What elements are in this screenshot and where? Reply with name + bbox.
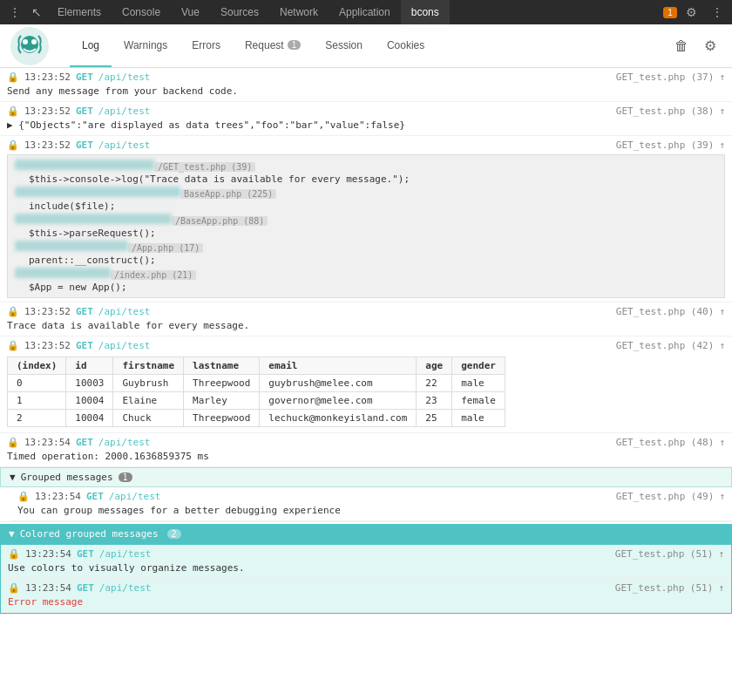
grouped-messages-section: ▼ Grouped messages 1 🔒 13:23:54 GET /api…: [0, 467, 732, 522]
nav-tab-sources[interactable]: Sources: [210, 0, 269, 24]
trace-code: include($file);: [29, 200, 115, 212]
more-icon[interactable]: ⋮: [706, 0, 729, 24]
log-message: Trace data is available for every messag…: [7, 319, 725, 334]
colored-group-expand-icon: ▼: [9, 528, 15, 540]
trace-code: $this->parseRequest();: [29, 228, 156, 239]
group-badge: 1: [119, 472, 132, 482]
bcons-settings-button[interactable]: ⚙: [699, 34, 722, 58]
log-source: GET_test.php (51): [615, 582, 714, 594]
log-header-left: 🔒 13:23:54 GET /api/test: [8, 548, 151, 560]
trace-code: parent::__construct();: [29, 255, 156, 266]
log-time: 13:23:52: [24, 105, 71, 117]
log-header-left: 🔒 13:23:52 GET /api/test: [7, 340, 150, 351]
blurred-file-path: [15, 187, 180, 197]
log-time: 13:23:54: [25, 548, 71, 560]
log-content[interactable]: 🔒 13:23:52 GET /api/test GET_test.php (3…: [0, 68, 732, 700]
lock-icon: 🔒: [7, 437, 19, 448]
pin-icon[interactable]: ↑: [719, 71, 725, 83]
pin-icon[interactable]: ↑: [719, 437, 725, 448]
log-header-left: 🔒 13:23:54 GET /api/test: [17, 491, 160, 502]
trace-line: $this->parseRequest();: [15, 227, 717, 240]
log-method: GET: [76, 105, 93, 117]
table-row: 010003GuybrushThreepwoodguybrush@melee.c…: [8, 375, 505, 392]
log-header-row: 🔒 13:23:54 GET /api/test GET_test.php (4…: [7, 435, 725, 450]
tab-cookies[interactable]: Cookies: [375, 24, 437, 67]
log-time: 13:23:52: [24, 306, 71, 317]
log-message: Send any message from your backend code.: [7, 85, 725, 99]
log-time: 13:23:52: [24, 139, 71, 151]
log-path: /api/test: [98, 71, 151, 83]
log-header-row: 🔒 13:23:52 GET /api/test GET_test.php (3…: [7, 138, 725, 153]
trace-line: include($file);: [15, 200, 717, 213]
log-entry: 🔒 13:23:52 GET /api/test GET_test.php (4…: [0, 302, 732, 336]
pin-icon[interactable]: ↑: [719, 139, 725, 151]
trace-file[interactable]: /index.php (21): [111, 270, 196, 280]
pin-icon[interactable]: ↑: [719, 306, 725, 317]
trace-file[interactable]: BaseApp.php (225): [180, 189, 276, 199]
log-path: /api/test: [98, 306, 151, 317]
trace-area: /GET_test.php (39) $this->console->log("…: [7, 154, 725, 298]
log-source-right: GET_test.php (37) ↑: [616, 71, 725, 83]
trace-line: /GET_test.php (39): [15, 159, 717, 173]
log-path: /api/test: [98, 437, 151, 448]
log-source-right: GET_test.php (49) ↑: [616, 491, 725, 502]
settings-icon[interactable]: ⚙: [681, 0, 702, 24]
tab-warnings[interactable]: Warnings: [112, 24, 180, 67]
devtools-menu-icon[interactable]: ⋮: [3, 0, 26, 24]
tab-request[interactable]: Request 1: [233, 24, 313, 67]
log-header-row: 🔒 13:23:52 GET /api/test GET_test.php (4…: [7, 338, 725, 353]
log-error-message: Error message: [8, 595, 724, 610]
group-header[interactable]: ▼ Grouped messages 1: [0, 467, 732, 487]
nav-tab-application[interactable]: Application: [329, 0, 401, 24]
colored-group-header[interactable]: ▼ Colored grouped messages 2: [0, 524, 732, 544]
log-source: GET_test.php (39): [616, 139, 715, 151]
nav-tab-vue[interactable]: Vue: [171, 0, 210, 24]
trace-line: parent::__construct();: [15, 254, 717, 267]
blurred-file-path: [15, 268, 111, 278]
log-entry-error: 🔒 13:23:54 GET /api/test GET_test.php (5…: [1, 579, 731, 613]
log-path: /api/test: [99, 548, 152, 560]
log-source-right: GET_test.php (38) ↑: [616, 105, 725, 117]
group-label: Grouped messages: [21, 472, 113, 483]
log-header-left: 🔒 13:23:52 GET /api/test: [7, 139, 150, 151]
log-source-right: GET_test.php (39) ↑: [616, 139, 725, 151]
nav-tab-console[interactable]: Console: [112, 0, 171, 24]
log-header-row: 🔒 13:23:52 GET /api/test GET_test.php (4…: [7, 304, 725, 319]
log-message: You can group messages for a better debu…: [17, 504, 725, 519]
tab-session[interactable]: Session: [313, 24, 375, 67]
tab-log[interactable]: Log: [70, 24, 112, 67]
clear-button[interactable]: 🗑: [669, 35, 694, 58]
data-table-wrapper: (index) id firstname lastname email age …: [7, 357, 725, 427]
trace-file[interactable]: /GET_test.php (39): [154, 162, 255, 172]
nav-tab-elements[interactable]: Elements: [47, 0, 112, 24]
log-entry: 🔒 13:23:54 GET /api/test GET_test.php (4…: [10, 487, 732, 521]
log-entry: 🔒 13:23:52 GET /api/test GET_test.php (3…: [0, 102, 732, 136]
pin-icon[interactable]: ↑: [719, 340, 725, 351]
trace-file[interactable]: /App.php (17): [128, 243, 203, 253]
log-source-right: GET_test.php (48) ↑: [616, 437, 725, 448]
log-source: GET_test.php (42): [616, 340, 715, 351]
trace-file[interactable]: /BaseApp.php (88): [172, 216, 268, 226]
col-index: (index): [8, 357, 66, 375]
nav-tab-bcons[interactable]: bcons: [401, 0, 450, 24]
pin-icon[interactable]: ↑: [719, 491, 725, 502]
devtools-cursor-icon[interactable]: ↖: [26, 0, 47, 24]
pin-icon[interactable]: ↑: [718, 548, 724, 560]
tab-errors[interactable]: Errors: [180, 24, 233, 67]
log-source: GET_test.php (51): [615, 548, 714, 560]
log-message: Use colors to visually organize messages…: [8, 561, 724, 576]
log-header-left: 🔒 13:23:54 GET /api/test: [7, 437, 150, 448]
nav-tab-network[interactable]: Network: [269, 0, 329, 24]
trace-code: $App = new App();: [29, 282, 127, 293]
col-firstname: firstname: [113, 357, 184, 375]
lock-icon: 🔒: [7, 306, 19, 317]
log-entry: 🔒 13:23:54 GET /api/test GET_test.php (5…: [1, 545, 731, 579]
bcons-tabs: Log Warnings Errors Request 1 Session Co…: [70, 24, 669, 67]
blurred-file-path: [15, 214, 172, 224]
log-path: /api/test: [99, 582, 152, 594]
pin-icon[interactable]: ↑: [719, 105, 725, 117]
pin-icon[interactable]: ↑: [718, 582, 724, 594]
log-header-left: 🔒 13:23:52 GET /api/test: [7, 71, 150, 83]
trace-line: $this->console->log("Trace data is avail…: [15, 173, 717, 186]
log-message: Timed operation: 2000.1636859375 ms: [7, 450, 725, 465]
